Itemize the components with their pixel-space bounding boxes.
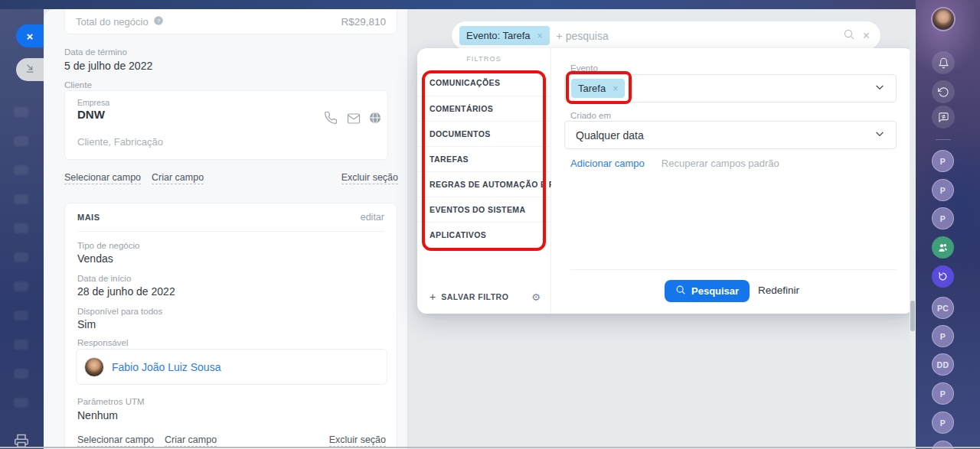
delete-section-link[interactable]: Excluir seção bbox=[329, 434, 386, 447]
rail-badge-dd-7[interactable]: DD bbox=[932, 353, 954, 376]
svg-text:?: ? bbox=[157, 17, 160, 24]
save-filter-button[interactable]: + SALVAR FILTRO bbox=[417, 291, 508, 303]
close-icon: × bbox=[27, 30, 34, 43]
deal-total-label: Total do negócio bbox=[76, 16, 149, 28]
event-chip-remove-icon[interactable]: × bbox=[612, 83, 618, 94]
clear-search-icon[interactable]: × bbox=[863, 30, 870, 42]
mais-card: MAIS editar Tipo de negócio Vendas Data … bbox=[64, 203, 397, 449]
rail-badge-p-8[interactable]: P bbox=[932, 382, 954, 405]
dock-arrow-icon bbox=[24, 62, 37, 78]
close-panel-button[interactable]: × bbox=[16, 24, 44, 47]
rail-blob bbox=[14, 311, 28, 320]
filter-popup-sidebar: FILTROS COMUNICAÇÕESCOMENTÁRIOSDOCUMENTO… bbox=[417, 48, 551, 314]
right-rail: PPPPCPDDPPP bbox=[916, 0, 980, 449]
event-field-label: Evento bbox=[570, 63, 598, 73]
restore-fields-link: Recuperar campos padrão bbox=[662, 158, 779, 169]
rail-badge-p-2[interactable]: P bbox=[932, 207, 954, 229]
end-date-label: Data de término bbox=[64, 47, 127, 57]
form-links-row: Adicionar campo Recuperar campos padrão bbox=[570, 158, 779, 169]
printer-icon[interactable] bbox=[14, 433, 29, 448]
delete-section-link[interactable]: Excluir seção bbox=[341, 172, 398, 184]
filter-item-eventos-do-sistema[interactable]: EVENTOS DO SISTEMA bbox=[417, 197, 551, 222]
rail-blob bbox=[14, 398, 28, 408]
scrollbar[interactable] bbox=[910, 9, 916, 449]
history-icon bbox=[938, 86, 949, 98]
select-field-link[interactable]: Selecionar campo bbox=[77, 434, 154, 447]
filters-title: FILTROS bbox=[417, 48, 550, 63]
client-org-name[interactable]: DNW bbox=[77, 108, 105, 121]
search-submit-button[interactable]: Pesquisar bbox=[665, 280, 750, 302]
create-field-link[interactable]: Criar campo bbox=[165, 434, 217, 447]
notifications-button[interactable] bbox=[932, 51, 955, 74]
search-filter-chip[interactable]: Evento: Tarefa × bbox=[459, 26, 550, 45]
app-topbar bbox=[0, 0, 980, 9]
field-value[interactable]: Sim bbox=[77, 318, 96, 330]
bell-icon bbox=[938, 57, 949, 69]
history-button[interactable] bbox=[932, 80, 955, 103]
event-select[interactable]: Tarefa × bbox=[564, 74, 897, 102]
plus-icon: + bbox=[430, 291, 436, 303]
select-field-link[interactable]: Selecionar campo bbox=[64, 172, 141, 184]
filter-item-comunica-es[interactable]: COMUNICAÇÕES bbox=[417, 70, 551, 96]
rail-blob bbox=[14, 194, 28, 204]
help-icon[interactable]: ? bbox=[153, 15, 164, 29]
create-field-link[interactable]: Criar campo bbox=[152, 172, 204, 184]
deal-details-panel: Total do negócio ? R$29,810 Data de térm… bbox=[44, 9, 408, 449]
add-field-link[interactable]: Adicionar campo bbox=[570, 158, 645, 169]
chip-remove-icon[interactable]: × bbox=[537, 31, 543, 41]
phone-icon[interactable] bbox=[324, 111, 338, 128]
filter-item-regras-de-automa-o-e-f[interactable]: REGRAS DE AUTOMAÇÃO E F... bbox=[417, 171, 551, 197]
search-button-label: Pesquisar bbox=[691, 285, 739, 297]
mail-icon[interactable] bbox=[347, 112, 361, 129]
filter-item-tarefas[interactable]: TAREFAS bbox=[417, 146, 551, 171]
event-chip[interactable]: Tarefa × bbox=[571, 79, 625, 98]
client-card[interactable]: Empresa DNW Cliente, Fabricação bbox=[64, 90, 388, 160]
created-select[interactable]: Qualquer data bbox=[564, 121, 897, 149]
screen: × Total do negócio ? R$29,810 Data de té… bbox=[0, 0, 980, 449]
rail-badge-p-6[interactable]: P bbox=[932, 325, 954, 347]
filter-search-bar[interactable]: Evento: Tarefa × + pesquisa × bbox=[452, 21, 880, 50]
divider bbox=[936, 139, 951, 140]
filter-item-aplicativos[interactable]: APLICATIVOS bbox=[417, 222, 551, 247]
chat-button[interactable] bbox=[932, 106, 955, 129]
filter-item-coment-rios[interactable]: COMENTÁRIOS bbox=[417, 96, 551, 121]
collapse-panel-button[interactable] bbox=[16, 58, 44, 81]
search-placeholder: + pesquisa bbox=[557, 30, 609, 42]
end-date-value[interactable]: 5 de julho de 2022 bbox=[64, 60, 152, 72]
deal-total-card: Total do negócio ? R$29,810 bbox=[64, 9, 397, 34]
rail-blob bbox=[14, 340, 28, 350]
deal-total-value: R$29,810 bbox=[341, 16, 386, 28]
filter-popup-form: Evento Tarefa × Criado em Qualquer dat bbox=[551, 48, 913, 314]
field-value[interactable]: 28 de junho de 2022 bbox=[77, 285, 175, 298]
owner-avatar bbox=[84, 357, 104, 377]
event-chip-label: Tarefa bbox=[578, 83, 606, 94]
utm-value[interactable]: Nenhum bbox=[77, 409, 118, 421]
field-links-row-2: Selecionar campo Criar campo Excluir seç… bbox=[77, 434, 386, 447]
search-icon[interactable] bbox=[843, 28, 855, 44]
window-bottom-edge bbox=[0, 447, 980, 448]
field-value[interactable]: Vendas bbox=[77, 252, 113, 265]
owner-card[interactable]: Fabio João Luiz Sousa bbox=[76, 349, 387, 385]
filter-item-documentos[interactable]: DOCUMENTOS bbox=[417, 121, 551, 146]
reset-button[interactable]: Redefinir bbox=[758, 285, 799, 296]
field-links-row-1: Selecionar campo Criar campo Excluir seç… bbox=[64, 172, 398, 184]
rail-badge-p-0[interactable]: P bbox=[932, 150, 954, 172]
mais-title: MAIS bbox=[77, 213, 100, 222]
edit-link[interactable]: editar bbox=[361, 212, 384, 223]
gear-icon[interactable]: ⚙ bbox=[531, 291, 541, 303]
created-field-label: Criado em bbox=[570, 111, 611, 120]
filter-popup: FILTROS COMUNICAÇÕESCOMENTÁRIOSDOCUMENTO… bbox=[417, 48, 913, 314]
rail-badge-app-icon[interactable] bbox=[932, 265, 954, 288]
owner-name[interactable]: Fabio João Luiz Sousa bbox=[112, 361, 220, 373]
utm-label: Parâmetros UTM bbox=[77, 397, 145, 406]
created-select-value: Qualquer data bbox=[576, 129, 644, 142]
rail-badge-people-icon[interactable] bbox=[932, 236, 954, 259]
rail-badge-p-9[interactable]: P bbox=[932, 412, 954, 434]
scrollbar-thumb[interactable] bbox=[910, 301, 915, 331]
web-icon[interactable] bbox=[368, 111, 382, 128]
user-avatar[interactable] bbox=[931, 7, 956, 31]
rail-badge-pc-5[interactable]: PC bbox=[932, 297, 954, 319]
rail-badge-p-1[interactable]: P bbox=[932, 179, 954, 201]
rail-blob bbox=[14, 165, 28, 175]
client-org-label: Empresa bbox=[77, 98, 109, 107]
